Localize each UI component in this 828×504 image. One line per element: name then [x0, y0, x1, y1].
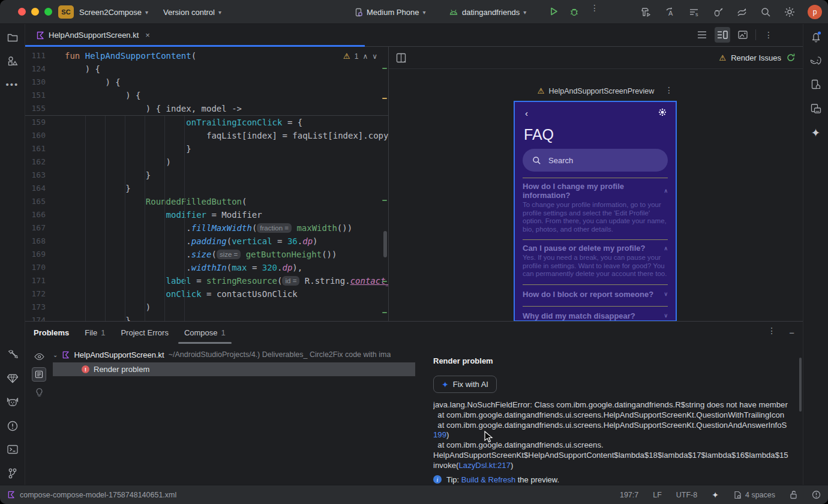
project-menu[interactable]: Screen2Compose▾ [79, 0, 148, 24]
run-configuration[interactable]: datingandfriends▾ [449, 0, 526, 24]
panel-options-icon[interactable]: ⋮ [767, 328, 776, 338]
design-view-icon[interactable] [735, 27, 751, 43]
code-line[interactable]: 130 ) { [25, 76, 388, 89]
app-insights-icon[interactable] [7, 374, 18, 384]
code-line[interactable]: 162 ) [25, 155, 388, 169]
code-line[interactable]: 165 RoundedFilledButton( [25, 195, 388, 208]
editor-scroll-markers[interactable] [381, 47, 388, 321]
code-line[interactable]: 169 .size(size = getButtonHeight()) [25, 248, 388, 261]
logcat-icon[interactable] [7, 398, 19, 408]
debug-button[interactable] [569, 6, 580, 17]
render-issues-label[interactable]: Render Issues [731, 53, 781, 62]
code-line[interactable]: 173 ) [25, 301, 388, 314]
inspection-widget[interactable]: ⚠ 1 ∧ ∨ [343, 52, 377, 61]
line-ending[interactable]: LF [653, 491, 662, 499]
next-issue-icon[interactable]: ∨ [372, 52, 377, 61]
close-window-button[interactable] [18, 8, 26, 16]
problems-tool-icon[interactable] [7, 421, 18, 432]
code-line[interactable]: 168 .padding(vertical = 36.dp) [25, 235, 388, 248]
more-run-options-icon[interactable]: ⋮ [590, 5, 599, 11]
indent-setting[interactable]: 4 spaces [733, 491, 775, 499]
code-line[interactable]: 161 } [25, 142, 388, 155]
gemini-sparkle-icon[interactable]: ✦ [811, 126, 821, 140]
editor-scrollbar-thumb[interactable] [383, 231, 387, 257]
device-manager-icon[interactable] [810, 103, 821, 114]
run-button[interactable] [548, 6, 559, 17]
project-folder-icon[interactable] [7, 33, 18, 43]
show-details-icon[interactable] [32, 367, 46, 382]
build-icon[interactable] [634, 0, 658, 24]
zoom-window-button[interactable] [44, 8, 52, 16]
android-icon [449, 8, 458, 16]
minimize-window-button[interactable] [31, 8, 39, 16]
git-branch-icon[interactable] [7, 468, 17, 479]
code-line[interactable]: 155 ) { index, model -> [25, 102, 388, 115]
code-line[interactable]: 170 .widthIn(max = 320.dp), [25, 261, 388, 274]
gradle-icon[interactable] [810, 56, 822, 65]
search-placeholder: Search [548, 156, 573, 165]
error-indicator-icon[interactable] [812, 490, 821, 499]
tab-project-errors[interactable]: Project Errors [121, 322, 168, 344]
fix-with-ai-button[interactable]: ✦ Fix with AI [433, 376, 497, 393]
lock-icon[interactable] [790, 490, 797, 499]
build-tool-icon[interactable] [7, 349, 18, 361]
code-line[interactable]: 151 ) { [25, 89, 388, 102]
prev-issue-icon[interactable]: ∧ [362, 52, 368, 61]
close-tab-icon[interactable]: × [145, 31, 150, 40]
trace-link[interactable]: 199 [433, 430, 446, 439]
code-line[interactable]: 166 modifier = Modifier [25, 208, 388, 221]
code-line[interactable]: 160 faqList[index] = faqList[index].copy… [25, 129, 388, 142]
render-problem-row[interactable]: ! Render problem [53, 362, 415, 376]
resource-manager-icon[interactable] [7, 56, 18, 67]
sync-project-icon[interactable] [730, 0, 754, 24]
code-line[interactable]: 163 } [25, 169, 388, 182]
vcs-menu[interactable]: Version control▾ [163, 0, 221, 24]
warning-icon: ⚠ [538, 86, 545, 95]
preview-title[interactable]: ⚠ HelpAndSupportScreenPreview ⋮ [389, 86, 803, 95]
editor-tab[interactable]: HelpAndSupportScreen.kt × [30, 24, 156, 46]
ai-status-sparkle-icon[interactable]: ✦ [712, 490, 719, 500]
quickfix-bulb-icon[interactable] [32, 385, 46, 400]
build-refresh-link[interactable]: Build & Refresh [461, 475, 515, 484]
code-line[interactable]: 172 onClick = contactUsOnClick [25, 287, 388, 301]
refresh-icon[interactable] [786, 53, 796, 62]
status-file[interactable]: compose-compose-model-1758748140651.xml [7, 491, 176, 499]
preview-problem-icon[interactable] [32, 349, 46, 364]
warning-icon: ⚠ [343, 52, 350, 61]
code-line[interactable]: 124 ) { [25, 62, 388, 76]
code-line[interactable]: 167 .fillMaxWidth(fraction = maxWidth()) [25, 221, 388, 235]
code-line[interactable]: 111fun HelpAndSupportContent( [25, 49, 388, 62]
problems-file-row[interactable]: ⌄ HelpAndSupportScreen.kt ~/AndroidStudi… [53, 348, 443, 361]
code-line[interactable]: 174 } [25, 314, 388, 321]
preview-options-icon[interactable]: ⋮ [665, 87, 673, 93]
running-devices-icon[interactable] [810, 79, 821, 91]
details-scrollbar-thumb[interactable] [799, 358, 802, 412]
settings-gear-icon[interactable] [778, 0, 802, 24]
file-encoding[interactable]: UTF-8 [676, 491, 697, 499]
user-avatar[interactable]: p [808, 5, 822, 19]
preview-device-frame[interactable]: ‹ FAQ Search How do I change my profile … [514, 101, 677, 322]
minimize-panel-icon[interactable]: − [789, 328, 794, 338]
device-selector[interactable]: Medium Phone▾ [354, 0, 425, 24]
split-view-icon[interactable] [715, 27, 730, 43]
preview-layout-icon[interactable] [396, 53, 406, 63]
tab-compose[interactable]: Compose1 [184, 322, 226, 344]
faq-item: Can I pause or delete my profile?∧Yes. I… [523, 239, 668, 278]
editor-options-icon[interactable]: ⋮ [761, 27, 776, 43]
attach-debugger-icon[interactable] [706, 0, 730, 24]
more-tool-windows-icon[interactable]: ••• [6, 79, 19, 89]
code-line[interactable]: 159 onTrailingIconClick = { [25, 116, 388, 129]
tab-file[interactable]: File1 [85, 322, 105, 344]
todo-list-icon[interactable]: s [682, 0, 706, 24]
indent-icon [733, 491, 742, 499]
code-line[interactable]: 164 } [25, 182, 388, 195]
caret-position[interactable]: 197:7 [620, 491, 638, 499]
code-line[interactable]: 171 label = stringResource(id = R.string… [25, 274, 388, 287]
notifications-bell-icon[interactable] [810, 31, 822, 43]
code-editor[interactable]: ⚠ 1 ∧ ∨ 111fun HelpAndSupportContent(124… [25, 47, 388, 321]
terminal-icon[interactable] [7, 445, 18, 455]
search-everywhere-icon[interactable] [754, 0, 778, 24]
code-view-icon[interactable] [694, 27, 710, 43]
ai-code-suggestion-icon[interactable]: A [658, 0, 682, 24]
trace-link[interactable]: LazyDsl.kt:217 [459, 461, 511, 470]
